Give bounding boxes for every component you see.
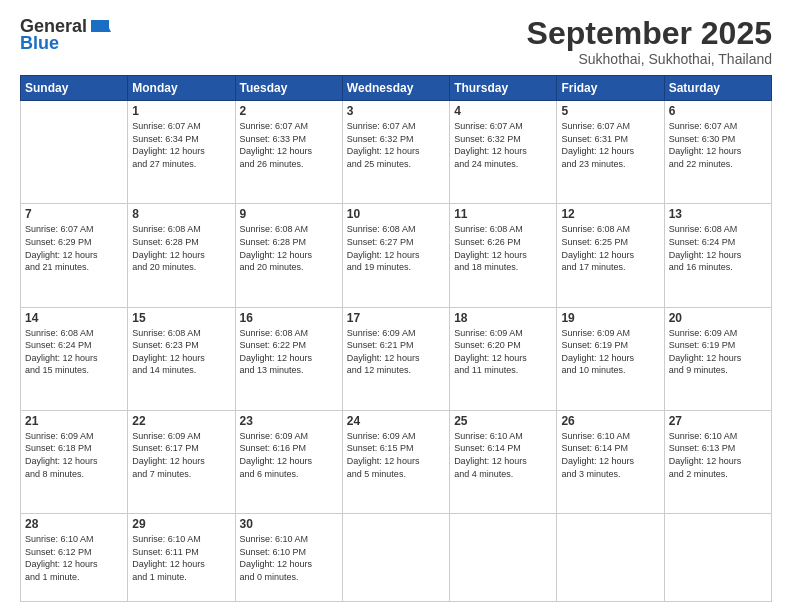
weekday-header-friday: Friday	[557, 76, 664, 101]
cell-info: Sunrise: 6:09 AM Sunset: 6:18 PM Dayligh…	[25, 430, 123, 480]
day-number: 2	[240, 104, 338, 118]
weekday-header-tuesday: Tuesday	[235, 76, 342, 101]
calendar-cell: 4Sunrise: 6:07 AM Sunset: 6:32 PM Daylig…	[450, 101, 557, 204]
calendar-cell: 17Sunrise: 6:09 AM Sunset: 6:21 PM Dayli…	[342, 307, 449, 410]
calendar-cell: 22Sunrise: 6:09 AM Sunset: 6:17 PM Dayli…	[128, 410, 235, 513]
day-number: 23	[240, 414, 338, 428]
cell-info: Sunrise: 6:07 AM Sunset: 6:32 PM Dayligh…	[347, 120, 445, 170]
calendar-cell: 14Sunrise: 6:08 AM Sunset: 6:24 PM Dayli…	[21, 307, 128, 410]
day-number: 15	[132, 311, 230, 325]
title-block: September 2025 Sukhothai, Sukhothai, Tha…	[527, 16, 772, 67]
weekday-header-wednesday: Wednesday	[342, 76, 449, 101]
weekday-header-thursday: Thursday	[450, 76, 557, 101]
calendar-cell: 1Sunrise: 6:07 AM Sunset: 6:34 PM Daylig…	[128, 101, 235, 204]
weekday-header-row: SundayMondayTuesdayWednesdayThursdayFrid…	[21, 76, 772, 101]
header: General Blue September 2025 Sukhothai, S…	[20, 16, 772, 67]
cell-info: Sunrise: 6:07 AM Sunset: 6:30 PM Dayligh…	[669, 120, 767, 170]
week-row-1: 1Sunrise: 6:07 AM Sunset: 6:34 PM Daylig…	[21, 101, 772, 204]
cell-info: Sunrise: 6:09 AM Sunset: 6:21 PM Dayligh…	[347, 327, 445, 377]
calendar-cell: 12Sunrise: 6:08 AM Sunset: 6:25 PM Dayli…	[557, 204, 664, 307]
calendar-cell: 19Sunrise: 6:09 AM Sunset: 6:19 PM Dayli…	[557, 307, 664, 410]
cell-info: Sunrise: 6:07 AM Sunset: 6:29 PM Dayligh…	[25, 223, 123, 273]
cell-info: Sunrise: 6:09 AM Sunset: 6:20 PM Dayligh…	[454, 327, 552, 377]
calendar-cell: 11Sunrise: 6:08 AM Sunset: 6:26 PM Dayli…	[450, 204, 557, 307]
day-number: 10	[347, 207, 445, 221]
calendar-cell: 5Sunrise: 6:07 AM Sunset: 6:31 PM Daylig…	[557, 101, 664, 204]
calendar-cell: 21Sunrise: 6:09 AM Sunset: 6:18 PM Dayli…	[21, 410, 128, 513]
calendar-table: SundayMondayTuesdayWednesdayThursdayFrid…	[20, 75, 772, 602]
calendar-cell: 2Sunrise: 6:07 AM Sunset: 6:33 PM Daylig…	[235, 101, 342, 204]
logo: General Blue	[20, 16, 111, 54]
calendar-cell	[664, 514, 771, 602]
location-subtitle: Sukhothai, Sukhothai, Thailand	[527, 51, 772, 67]
calendar-cell: 9Sunrise: 6:08 AM Sunset: 6:28 PM Daylig…	[235, 204, 342, 307]
day-number: 5	[561, 104, 659, 118]
cell-info: Sunrise: 6:10 AM Sunset: 6:13 PM Dayligh…	[669, 430, 767, 480]
logo-flag-icon	[89, 18, 111, 36]
logo-blue-text: Blue	[20, 33, 59, 54]
calendar-cell: 3Sunrise: 6:07 AM Sunset: 6:32 PM Daylig…	[342, 101, 449, 204]
calendar-cell: 23Sunrise: 6:09 AM Sunset: 6:16 PM Dayli…	[235, 410, 342, 513]
calendar-cell: 10Sunrise: 6:08 AM Sunset: 6:27 PM Dayli…	[342, 204, 449, 307]
cell-info: Sunrise: 6:07 AM Sunset: 6:32 PM Dayligh…	[454, 120, 552, 170]
cell-info: Sunrise: 6:08 AM Sunset: 6:27 PM Dayligh…	[347, 223, 445, 273]
calendar-cell	[342, 514, 449, 602]
week-row-2: 7Sunrise: 6:07 AM Sunset: 6:29 PM Daylig…	[21, 204, 772, 307]
day-number: 16	[240, 311, 338, 325]
cell-info: Sunrise: 6:08 AM Sunset: 6:26 PM Dayligh…	[454, 223, 552, 273]
calendar-cell: 20Sunrise: 6:09 AM Sunset: 6:19 PM Dayli…	[664, 307, 771, 410]
calendar-cell: 28Sunrise: 6:10 AM Sunset: 6:12 PM Dayli…	[21, 514, 128, 602]
cell-info: Sunrise: 6:08 AM Sunset: 6:23 PM Dayligh…	[132, 327, 230, 377]
cell-info: Sunrise: 6:10 AM Sunset: 6:14 PM Dayligh…	[454, 430, 552, 480]
day-number: 20	[669, 311, 767, 325]
calendar-cell	[557, 514, 664, 602]
cell-info: Sunrise: 6:10 AM Sunset: 6:14 PM Dayligh…	[561, 430, 659, 480]
day-number: 13	[669, 207, 767, 221]
page: General Blue September 2025 Sukhothai, S…	[0, 0, 792, 612]
day-number: 30	[240, 517, 338, 531]
day-number: 4	[454, 104, 552, 118]
calendar-cell	[21, 101, 128, 204]
weekday-header-saturday: Saturday	[664, 76, 771, 101]
day-number: 14	[25, 311, 123, 325]
cell-info: Sunrise: 6:09 AM Sunset: 6:16 PM Dayligh…	[240, 430, 338, 480]
weekday-header-sunday: Sunday	[21, 76, 128, 101]
week-row-3: 14Sunrise: 6:08 AM Sunset: 6:24 PM Dayli…	[21, 307, 772, 410]
cell-info: Sunrise: 6:08 AM Sunset: 6:22 PM Dayligh…	[240, 327, 338, 377]
day-number: 6	[669, 104, 767, 118]
cell-info: Sunrise: 6:09 AM Sunset: 6:15 PM Dayligh…	[347, 430, 445, 480]
day-number: 8	[132, 207, 230, 221]
day-number: 9	[240, 207, 338, 221]
cell-info: Sunrise: 6:10 AM Sunset: 6:12 PM Dayligh…	[25, 533, 123, 583]
cell-info: Sunrise: 6:10 AM Sunset: 6:11 PM Dayligh…	[132, 533, 230, 583]
week-row-4: 21Sunrise: 6:09 AM Sunset: 6:18 PM Dayli…	[21, 410, 772, 513]
weekday-header-monday: Monday	[128, 76, 235, 101]
day-number: 22	[132, 414, 230, 428]
day-number: 19	[561, 311, 659, 325]
calendar-cell: 26Sunrise: 6:10 AM Sunset: 6:14 PM Dayli…	[557, 410, 664, 513]
month-title: September 2025	[527, 16, 772, 51]
cell-info: Sunrise: 6:09 AM Sunset: 6:19 PM Dayligh…	[561, 327, 659, 377]
day-number: 24	[347, 414, 445, 428]
calendar-cell: 27Sunrise: 6:10 AM Sunset: 6:13 PM Dayli…	[664, 410, 771, 513]
day-number: 28	[25, 517, 123, 531]
calendar-cell: 7Sunrise: 6:07 AM Sunset: 6:29 PM Daylig…	[21, 204, 128, 307]
calendar-cell: 8Sunrise: 6:08 AM Sunset: 6:28 PM Daylig…	[128, 204, 235, 307]
day-number: 29	[132, 517, 230, 531]
day-number: 11	[454, 207, 552, 221]
day-number: 12	[561, 207, 659, 221]
cell-info: Sunrise: 6:08 AM Sunset: 6:28 PM Dayligh…	[240, 223, 338, 273]
svg-marker-0	[91, 20, 109, 28]
cell-info: Sunrise: 6:09 AM Sunset: 6:17 PM Dayligh…	[132, 430, 230, 480]
cell-info: Sunrise: 6:07 AM Sunset: 6:31 PM Dayligh…	[561, 120, 659, 170]
calendar-cell	[450, 514, 557, 602]
calendar-cell: 29Sunrise: 6:10 AM Sunset: 6:11 PM Dayli…	[128, 514, 235, 602]
day-number: 26	[561, 414, 659, 428]
svg-marker-1	[91, 28, 111, 32]
calendar-cell: 13Sunrise: 6:08 AM Sunset: 6:24 PM Dayli…	[664, 204, 771, 307]
day-number: 25	[454, 414, 552, 428]
day-number: 21	[25, 414, 123, 428]
cell-info: Sunrise: 6:08 AM Sunset: 6:28 PM Dayligh…	[132, 223, 230, 273]
cell-info: Sunrise: 6:08 AM Sunset: 6:24 PM Dayligh…	[25, 327, 123, 377]
day-number: 18	[454, 311, 552, 325]
